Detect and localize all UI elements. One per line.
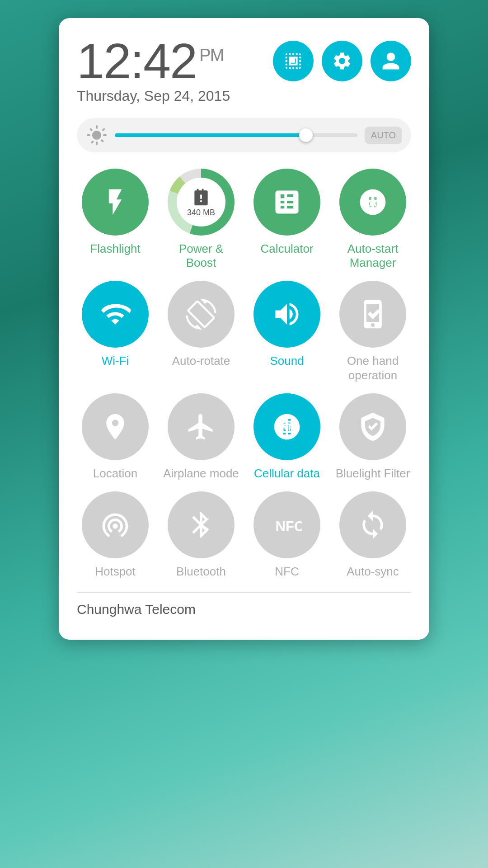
- autostart-label: Auto-start Manager: [334, 242, 411, 270]
- tile-bluetooth[interactable]: Bluetooth: [163, 491, 239, 579]
- divider: [77, 592, 411, 593]
- bluelight-icon: [357, 411, 388, 442]
- hotspot-label: Hotspot: [95, 565, 136, 579]
- tile-onehand[interactable]: One hand operation: [334, 281, 411, 382]
- profile-button[interactable]: [371, 41, 411, 81]
- cellular-circle: NFC: [253, 393, 320, 460]
- autorotate-label: Auto-rotate: [172, 354, 230, 368]
- notes-icon: [283, 51, 304, 71]
- onehand-circle: [339, 281, 406, 348]
- onehand-label: One hand operation: [334, 354, 411, 382]
- airplane-circle: [168, 393, 235, 460]
- hotspot-icon: [100, 509, 131, 540]
- bluetooth-label: Bluetooth: [176, 565, 226, 579]
- nfc-circle: NFC: [253, 491, 320, 558]
- brightness-auto-label[interactable]: AUTO: [365, 127, 402, 144]
- autosync-icon: [357, 509, 388, 540]
- cellular-icon: NFC: [272, 411, 302, 442]
- onehand-icon: [357, 299, 388, 330]
- autorotate-icon: [186, 299, 216, 330]
- airplane-label: Airplane mode: [163, 467, 239, 481]
- calculator-circle: [253, 169, 320, 236]
- settings-button[interactable]: [322, 41, 362, 81]
- bluelight-label: Bluelight Filter: [336, 467, 410, 481]
- ampm: PM: [199, 46, 223, 65]
- autostart-circle: [339, 169, 406, 236]
- time-section: 12:42PM Thursday, Sep 24, 2015: [77, 36, 230, 104]
- nfc-label: NFC: [275, 565, 299, 579]
- tile-calculator[interactable]: Calculator: [249, 169, 325, 270]
- power-boost-value: 340 MB: [187, 208, 215, 217]
- header: 12:42PM Thursday, Sep 24, 2015: [77, 36, 411, 104]
- clock: 12:42PM: [77, 36, 230, 86]
- brightness-slider[interactable]: [115, 133, 357, 137]
- tile-flashlight[interactable]: Flashlight: [77, 169, 154, 270]
- brightness-thumb: [299, 128, 313, 142]
- calculator-label: Calculator: [260, 242, 313, 256]
- tile-airplane[interactable]: Airplane mode: [163, 393, 239, 481]
- cellular-label: Cellular data: [254, 467, 320, 481]
- location-label: Location: [93, 467, 137, 481]
- quick-settings-panel: 12:42PM Thursday, Sep 24, 2015 AUTO: [59, 18, 429, 640]
- location-circle: [82, 393, 149, 460]
- nfc-icon: NFC: [272, 509, 302, 540]
- quick-tiles-grid: Flashlight 340 MB Power & Boost Calculat…: [77, 169, 411, 579]
- date-display: Thursday, Sep 24, 2015: [77, 88, 230, 104]
- tile-autostart[interactable]: Auto-start Manager: [334, 169, 411, 270]
- autosync-circle: [339, 491, 406, 558]
- tile-nfc[interactable]: NFC NFC: [249, 491, 325, 579]
- tile-bluelight[interactable]: Bluelight Filter: [334, 393, 411, 481]
- tile-autosync[interactable]: Auto-sync: [334, 491, 411, 579]
- flashlight-circle: [82, 169, 149, 236]
- tile-autorotate[interactable]: Auto-rotate: [163, 281, 239, 382]
- donut-inner: 340 MB: [177, 178, 225, 226]
- autostart-icon: [357, 187, 388, 217]
- header-icons: [273, 41, 411, 81]
- airplane-icon: [186, 411, 216, 442]
- notes-button[interactable]: [273, 41, 314, 81]
- power-boost-circle: 340 MB: [168, 169, 235, 236]
- bluelight-circle: [339, 393, 406, 460]
- tile-location[interactable]: Location: [77, 393, 154, 481]
- power-boost-icon: [191, 187, 211, 207]
- calculator-icon: [272, 187, 302, 217]
- brightness-fill: [115, 133, 304, 137]
- tile-hotspot[interactable]: Hotspot: [77, 491, 154, 579]
- tile-sound[interactable]: Sound: [249, 281, 325, 382]
- wifi-icon: [100, 299, 131, 330]
- profile-icon: [380, 51, 401, 71]
- tile-power-boost[interactable]: 340 MB Power & Boost: [163, 169, 239, 270]
- hotspot-circle: [82, 491, 149, 558]
- svg-text:NFC: NFC: [276, 519, 303, 534]
- tile-wifi[interactable]: Wi-Fi: [77, 281, 154, 382]
- sound-label: Sound: [270, 354, 304, 368]
- sound-circle: [253, 281, 320, 348]
- power-boost-label: Power & Boost: [163, 242, 239, 270]
- flashlight-label: Flashlight: [90, 242, 140, 256]
- autosync-label: Auto-sync: [347, 565, 399, 579]
- flashlight-icon: [100, 187, 131, 217]
- brightness-icon: [86, 124, 108, 146]
- tile-cellular[interactable]: NFC Cellular data: [249, 393, 325, 481]
- brightness-row[interactable]: AUTO: [77, 118, 411, 152]
- autorotate-circle: [168, 281, 235, 348]
- bluetooth-circle: [168, 491, 235, 558]
- location-icon: [100, 411, 131, 442]
- sound-icon: [272, 299, 302, 330]
- carrier-text: Chunghwa Telecom: [77, 602, 411, 617]
- wifi-label: Wi-Fi: [102, 354, 129, 368]
- wifi-circle: [82, 281, 149, 348]
- settings-icon: [332, 51, 352, 71]
- time-value: 12:42: [77, 33, 197, 89]
- bluetooth-icon: [186, 509, 216, 540]
